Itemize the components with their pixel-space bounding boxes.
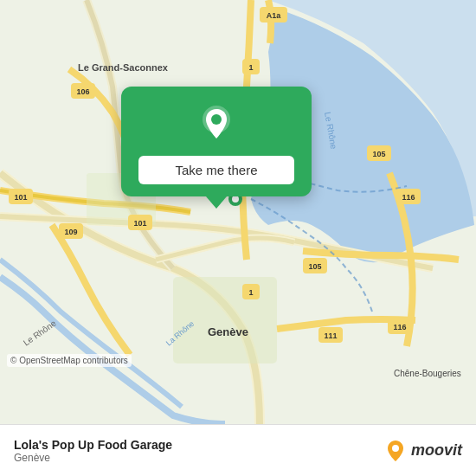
location-icon-wrapper <box>195 102 238 145</box>
svg-text:116: 116 <box>393 323 406 331</box>
take-me-there-button[interactable]: Take me there <box>138 156 294 184</box>
popup-card: Take me there <box>121 87 312 196</box>
location-pin-icon <box>195 102 238 145</box>
svg-text:111: 111 <box>324 331 337 340</box>
place-name: Lola's Pop Up Food Garage <box>14 438 172 452</box>
svg-text:105: 105 <box>308 262 321 271</box>
moovit-logo: moovit <box>383 439 462 463</box>
svg-text:Chêne-Bougeries: Chêne-Bougeries <box>394 369 461 378</box>
svg-text:101: 101 <box>14 193 27 202</box>
svg-text:106: 106 <box>76 87 89 96</box>
svg-point-36 <box>211 114 222 125</box>
svg-text:116: 116 <box>402 193 415 202</box>
svg-text:Le Grand-Saconnex: Le Grand-Saconnex <box>78 62 169 73</box>
svg-text:A1a: A1a <box>267 11 282 20</box>
svg-text:Genève: Genève <box>208 325 248 338</box>
svg-text:1: 1 <box>248 288 253 297</box>
svg-text:1: 1 <box>248 63 253 72</box>
svg-text:109: 109 <box>64 228 77 236</box>
svg-text:101: 101 <box>133 219 146 228</box>
place-city: Genève <box>14 452 172 464</box>
svg-text:105: 105 <box>372 150 385 158</box>
footer-location-info: Lola's Pop Up Food Garage Genève <box>14 438 172 464</box>
svg-point-34 <box>232 196 239 203</box>
map-attribution: © OpenStreetMap contributors <box>7 354 132 367</box>
moovit-brand-text: moovit <box>411 441 462 460</box>
footer: Lola's Pop Up Food Garage Genève moovit <box>0 424 476 476</box>
map-container: Le Rhône <box>0 0 476 424</box>
svg-point-37 <box>392 445 399 452</box>
moovit-pin-icon <box>383 439 408 463</box>
